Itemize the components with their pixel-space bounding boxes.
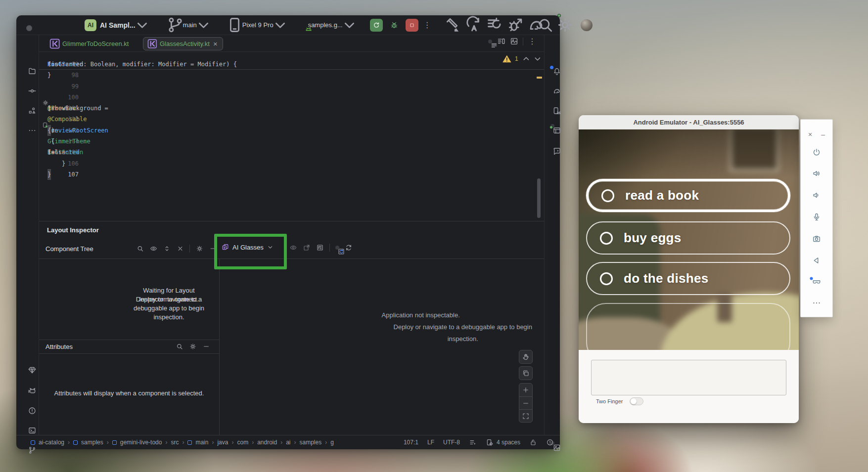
breadcrumb-separator-icon: › [325, 439, 327, 446]
zoom-out-button[interactable] [519, 396, 532, 409]
breadcrumb-item[interactable]: main › [187, 439, 214, 446]
minimize-panel-icon[interactable]: – [821, 130, 825, 138]
component-tree-message: Waiting for Layout Inspector to connect.… [54, 286, 207, 295]
warning-stripe-mark[interactable] [537, 77, 542, 79]
breadcrumb-item[interactable]: samples › [73, 439, 109, 446]
back-button[interactable] [812, 256, 822, 267]
indent-config-icon [486, 438, 494, 446]
power-icon [812, 148, 822, 157]
code-line[interactable]: 105 RootScreen(isGranted = false) [39, 147, 544, 158]
zoom-in-button[interactable] [519, 384, 532, 396]
editor-scrollbar[interactable] [537, 178, 541, 218]
breadcrumb-label: src [171, 439, 179, 446]
code-line[interactable]: 99 [39, 81, 544, 92]
code-line[interactable]: 102@Composable [39, 114, 544, 125]
more-options-button[interactable] [812, 299, 822, 310]
breadcrumb-item[interactable]: com › [237, 439, 254, 446]
emulator-screen[interactable]: read a book buy eggs do the dishes [579, 129, 799, 350]
settings-gear-icon[interactable] [561, 21, 570, 30]
project-toolwindow-icon[interactable] [28, 67, 37, 76]
power-button[interactable] [812, 148, 822, 159]
inspections-status-icon[interactable] [546, 438, 554, 446]
emulator-titlebar[interactable]: Android Emulator - AI_Glasses:5556 [579, 115, 799, 129]
camera-button[interactable] [812, 234, 822, 246]
copy-view-button[interactable] [519, 366, 533, 380]
breadcrumb-item[interactable]: samples › [300, 439, 327, 446]
layout-inspector-toolwindow-button[interactable] [550, 124, 554, 128]
todo-item[interactable] [586, 303, 790, 350]
breadcrumb-separator-icon: › [252, 439, 254, 446]
radio-circle-icon[interactable] [600, 272, 613, 285]
breadcrumb-separator-icon: › [280, 439, 282, 446]
volume-up-button[interactable] [812, 169, 822, 180]
volume-down-icon [812, 191, 822, 200]
radio-circle-icon[interactable] [600, 232, 613, 245]
microphone-button[interactable] [812, 213, 822, 224]
breadcrumb-item[interactable]: android › [257, 439, 282, 446]
pan-mode-button[interactable] [519, 350, 533, 364]
gemini-chat-icon[interactable] [552, 147, 561, 156]
breadcrumb-separator-icon: › [182, 439, 184, 446]
breadcrumb-separator-icon: › [107, 439, 109, 446]
code-line[interactable]: 101@Preview(showBackground = true) [39, 103, 544, 114]
more-toolwindows-icon[interactable] [28, 126, 37, 135]
indent-widget[interactable]: 4 spaces [486, 438, 520, 446]
module-icon [112, 440, 117, 445]
resource-manager-icon[interactable] [28, 366, 37, 375]
volume-down-button[interactable] [812, 191, 822, 202]
unlock-icon[interactable] [529, 438, 537, 446]
attributes-title: Attributes [46, 343, 73, 350]
attributes-message: Attributes will display when a component… [39, 389, 219, 397]
structure-toolwindow-icon[interactable] [28, 106, 37, 115]
todo-item[interactable]: read a book [586, 179, 790, 212]
code-line[interactable]: 106 } [39, 158, 544, 169]
gradle-toolwindow-icon[interactable] [552, 86, 561, 95]
close-panel-icon[interactable]: × [808, 130, 812, 138]
camera-icon [812, 234, 822, 244]
design-preview-icon[interactable] [510, 38, 518, 45]
breadcrumb-item[interactable]: java › [217, 439, 233, 446]
terminal-toolwindow-icon[interactable] [28, 426, 37, 435]
code-style-icon[interactable] [469, 438, 477, 446]
file-encoding[interactable]: UTF-8 [443, 439, 460, 446]
radio-circle-icon[interactable] [601, 189, 614, 202]
caret-position[interactable]: 107:1 [404, 439, 418, 446]
breadcrumb-label: com [237, 439, 248, 446]
tab-glassesactivity[interactable]: GlassesActivity.kt × [143, 37, 223, 50]
breadcrumb-item[interactable]: ai-catalog › [31, 439, 70, 446]
todo-item[interactable]: do the dishes [586, 262, 790, 295]
code-lines: 89fun RootScreen(isGranted: Boolean, mod… [39, 59, 544, 180]
microphone-icon [812, 213, 822, 222]
todo-item[interactable]: buy eggs [586, 221, 790, 255]
breadcrumb-separator-icon: › [212, 439, 214, 446]
code-line[interactable]: 98} [39, 70, 544, 81]
refresh-icon[interactable] [345, 244, 353, 252]
breadcrumb-item[interactable]: gemini-live-todo › [112, 439, 168, 446]
commit-toolwindow-icon[interactable] [28, 86, 37, 95]
breadcrumb-item[interactable]: src › [171, 439, 184, 446]
notification-dot [810, 277, 813, 280]
problems-toolwindow-icon[interactable] [28, 406, 37, 415]
zoom-fit-button[interactable] [519, 409, 532, 422]
breadcrumb-label: ai-catalog [39, 439, 64, 446]
code-editor[interactable]: 89fun RootScreen(isGranted: Boolean, mod… [39, 52, 544, 221]
two-finger-toggle[interactable] [630, 397, 643, 405]
emulator-side-toolbar: × – [800, 119, 833, 317]
breadcrumb-label: java [217, 439, 228, 446]
code-line[interactable]: 103fun PreviewRootScreen() { [39, 125, 544, 136]
breadcrumb-item[interactable]: g › [330, 439, 334, 446]
close-tab-icon[interactable]: × [213, 40, 218, 47]
code-line[interactable]: 104 GlimmerTheme { [39, 136, 544, 147]
attributes-hide-icon[interactable] [202, 343, 210, 350]
code-line[interactable]: 89fun RootScreen(isGranted: Boolean, mod… [39, 59, 544, 70]
next-problem-icon[interactable] [534, 55, 541, 62]
code-line[interactable]: 100 [39, 92, 544, 103]
line-ending[interactable]: LF [427, 439, 434, 446]
xr-glasses-button[interactable] [812, 277, 822, 289]
breadcrumb-item[interactable]: ai › [286, 439, 296, 446]
touchpad-area[interactable] [591, 360, 786, 395]
running-devices-icon[interactable] [552, 106, 561, 115]
code-line[interactable]: 107} [39, 169, 544, 180]
notifications-bell-icon[interactable] [552, 67, 561, 76]
logcat-toolwindow-icon[interactable] [28, 386, 37, 395]
